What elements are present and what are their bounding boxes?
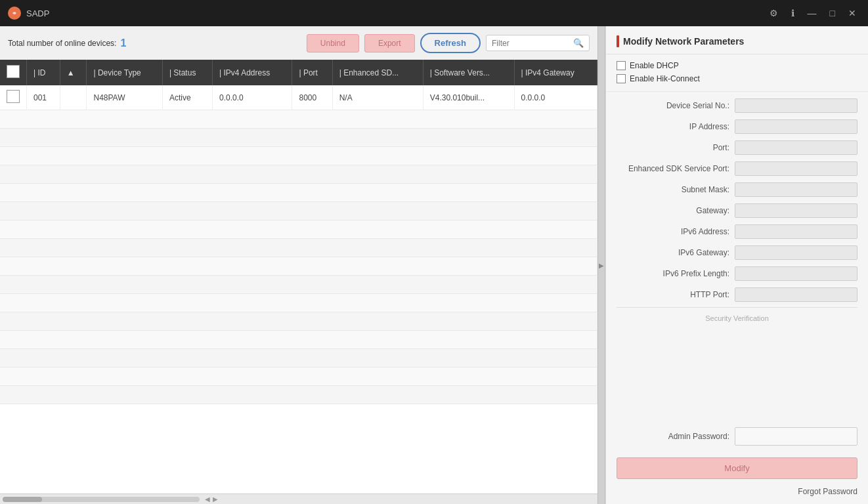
info-icon[interactable]: ℹ [787,7,798,20]
device-table: | ID ▲ | Device Type | Status | IPv4 Add… [0,60,597,404]
col-port: | Port [292,60,332,85]
row-ipv4-gateway: 0.0.0.0 [514,85,597,110]
enable-hik-connect-checkbox[interactable] [617,74,626,83]
close-button[interactable]: ✕ [844,7,860,20]
row-checkbox-cell[interactable] [0,85,27,110]
table-row [0,202,597,220]
field-enhanced-sdk: Enhanced SDK Service Port: [617,160,857,177]
select-all-checkbox[interactable] [7,65,20,78]
field-input-ipv6-gateway[interactable] [735,245,857,260]
field-label-gateway: Gateway: [617,206,735,215]
red-bar-icon [617,35,619,47]
admin-password-input[interactable] [735,427,857,446]
toolbar: Total number of online devices: 1 Unbind… [0,26,597,60]
filter-input[interactable] [492,39,571,48]
right-panel: Modify Network Parameters Enable DHCP En… [605,26,868,504]
table-row [0,147,597,165]
device-count-area: Total number of online devices: 1 [8,37,301,49]
row-device-type: N48PAW [87,85,162,110]
table-row [0,294,597,312]
field-input-ip-address[interactable] [735,119,857,134]
export-button[interactable]: Export [364,34,415,52]
device-count-label: Total number of online devices: [8,39,116,48]
enable-dhcp-checkbox[interactable] [617,61,626,70]
search-box: 🔍 [486,35,590,51]
field-label-ipv6-prefix: IPv6 Prefix Length: [617,269,735,278]
table-row [0,368,597,386]
collapse-icon: ▶ [599,262,604,269]
scroll-track [3,497,200,502]
titlebar-controls: ⚙ ℹ — □ ✕ [766,7,860,20]
modify-button[interactable]: Modify [617,457,857,479]
security-divider: Security Verification [617,307,857,326]
table-body: 001 N48PAW Active 0.0.0.0 8000 N/A V4.30… [0,85,597,404]
row-checkbox[interactable] [7,90,20,103]
field-label-ip-address: IP Address: [617,122,735,131]
field-label-ipv6-address: IPv6 Address: [617,227,735,236]
col-sort[interactable]: ▲ [60,60,87,85]
admin-password-row: Admin Password: [606,427,868,446]
search-icon[interactable]: 🔍 [573,38,584,48]
col-checkbox[interactable] [0,60,27,85]
table-row[interactable]: 001 N48PAW Active 0.0.0.0 8000 N/A V4.30… [0,85,597,110]
settings-icon[interactable]: ⚙ [766,7,782,20]
table-row [0,276,597,294]
row-id: 001 [27,85,60,110]
col-status: | Status [162,60,212,85]
field-port: Port: [617,139,857,156]
field-label-port: Port: [617,143,735,152]
row-software-version: V4.30.010buil... [423,85,514,110]
field-input-device-serial[interactable] [735,98,857,113]
horizontal-scrollbar[interactable]: ◀ ▶ [0,494,597,504]
row-port: 8000 [292,85,332,110]
table-header: | ID ▲ | Device Type | Status | IPv4 Add… [0,60,597,85]
field-label-http-port: HTTP Port: [617,290,735,299]
field-input-ipv6-address[interactable] [735,224,857,239]
row-sort [60,85,87,110]
table-row [0,129,597,147]
enable-hik-connect-label: Enable Hik-Connect [630,74,700,83]
collapse-handle[interactable]: ▶ [597,26,605,504]
titlebar-left: SADP [8,7,49,20]
field-input-port[interactable] [735,140,857,155]
field-input-subnet-mask[interactable] [735,182,857,197]
field-label-device-serial: Device Serial No.: [617,101,735,110]
field-ipv6-address: IPv6 Address: [617,223,857,240]
table-row [0,220,597,239]
field-gateway: Gateway: [617,202,857,219]
forgot-password-link[interactable]: Forgot Password [606,484,868,504]
field-input-ipv6-prefix[interactable] [735,266,857,281]
col-software-version: | Software Vers... [423,60,514,85]
field-input-enhanced-sdk[interactable] [735,161,857,176]
unbind-button[interactable]: Unbind [307,34,359,52]
device-count-value: 1 [120,37,126,49]
scroll-thumb[interactable] [3,497,42,502]
field-label-ipv6-gateway: IPv6 Gateway: [617,248,735,257]
row-status: Active [162,85,212,110]
device-table-wrapper: | ID ▲ | Device Type | Status | IPv4 Add… [0,60,597,494]
left-panel: Total number of online devices: 1 Unbind… [0,26,597,504]
enable-hik-connect-row: Enable Hik-Connect [617,74,857,83]
panel-title: Modify Network Parameters [623,36,744,47]
table-row [0,165,597,184]
col-id: | ID [27,60,60,85]
table-row [0,312,597,331]
col-enhanced-sdk: | Enhanced SD... [332,60,423,85]
table-row [0,331,597,349]
maximize-button[interactable]: □ [826,7,839,20]
field-ipv6-gateway: IPv6 Gateway: [617,244,857,261]
titlebar: SADP ⚙ ℹ — □ ✕ [0,0,868,26]
refresh-button[interactable]: Refresh [420,33,481,53]
field-subnet-mask: Subnet Mask: [617,181,857,198]
field-input-http-port[interactable] [735,287,857,302]
field-label-enhanced-sdk: Enhanced SDK Service Port: [617,164,735,173]
col-ipv4-gateway: | IPv4 Gateway [514,60,597,85]
col-ipv4-address: | IPv4 Address [213,60,292,85]
minimize-button[interactable]: — [804,7,821,20]
field-input-gateway[interactable] [735,203,857,218]
right-panel-header: Modify Network Parameters [606,26,868,54]
field-ip-address: IP Address: [617,118,857,135]
enable-dhcp-label: Enable DHCP [630,61,679,70]
field-ipv6-prefix: IPv6 Prefix Length: [617,265,857,282]
col-device-type: | Device Type [87,60,162,85]
